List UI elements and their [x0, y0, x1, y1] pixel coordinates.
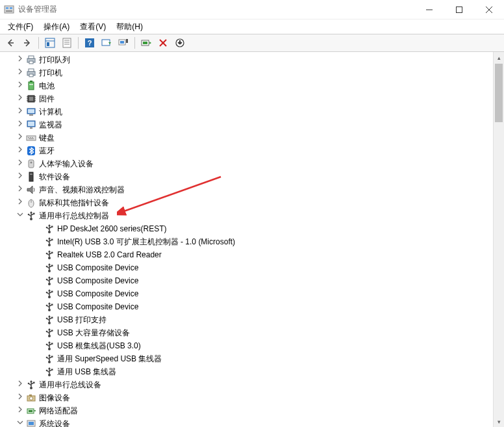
svg-rect-57 — [28, 137, 29, 138]
tree-item-label: 电池 — [39, 79, 55, 92]
tree-item-label: 通用 SuperSpeed USB 集线器 — [57, 352, 162, 365]
svg-point-73 — [28, 214, 30, 216]
tree-item[interactable]: 网络适配器 — [8, 404, 504, 417]
menu-help[interactable]: 帮助(H) — [111, 20, 148, 34]
tree-item-label: Realtek USB 2.0 Card Reader — [57, 248, 162, 261]
expander-icon[interactable] — [16, 105, 25, 118]
tree-item[interactable]: USB Composite Device — [8, 300, 504, 313]
svg-rect-39 — [29, 82, 34, 90]
tree-item[interactable]: 键盘 — [8, 131, 504, 144]
tree-item[interactable]: USB Composite Device — [8, 287, 504, 300]
tree-item[interactable]: 蓝牙 — [8, 144, 504, 157]
disable-button[interactable] — [172, 35, 188, 51]
expander-icon[interactable] — [16, 131, 25, 144]
app-icon — [4, 5, 14, 15]
menu-view[interactable]: 查看(V) — [75, 20, 111, 34]
update-driver-button[interactable] — [138, 35, 154, 51]
expander-icon[interactable] — [16, 196, 25, 209]
tree-item-label: 鼠标和其他指针设备 — [39, 196, 109, 209]
svg-marker-120 — [48, 302, 51, 304]
svg-rect-54 — [28, 122, 34, 126]
svg-rect-124 — [51, 304, 53, 306]
tree-item[interactable]: USB Composite Device — [8, 274, 504, 287]
scroll-up-icon[interactable]: ▴ — [494, 52, 504, 63]
tree-item[interactable]: 通用 USB 集线器 — [8, 365, 504, 378]
tree-item[interactable]: 打印队列 — [8, 53, 504, 66]
properties-button[interactable] — [59, 35, 75, 51]
svg-rect-2 — [10, 7, 12, 9]
minimize-button[interactable] — [414, 0, 444, 19]
svg-text:?: ? — [88, 39, 92, 47]
expander-icon[interactable] — [16, 378, 25, 391]
help-button[interactable]: ? — [82, 35, 97, 51]
scroll-down-icon[interactable]: ▾ — [494, 416, 504, 427]
svg-point-150 — [46, 357, 48, 359]
svg-point-136 — [46, 331, 48, 333]
expander-icon[interactable] — [16, 79, 25, 92]
system-icon — [26, 419, 36, 427]
show-hide-console-tree-button[interactable] — [42, 35, 58, 51]
tree-item[interactable]: 通用 SuperSpeed USB 集线器 — [8, 352, 504, 365]
expander-icon[interactable] — [16, 157, 25, 170]
menu-action[interactable]: 操作(A) — [38, 20, 75, 34]
tree-item[interactable]: 软件设备 — [8, 170, 504, 183]
uninstall-button[interactable] — [155, 35, 171, 51]
svg-marker-99 — [48, 263, 51, 265]
svg-marker-106 — [48, 276, 51, 278]
usb-icon — [44, 250, 55, 260]
tree-item[interactable]: 图像设备 — [8, 391, 504, 404]
tree-item[interactable]: 鼠标和其他指针设备 — [8, 196, 504, 209]
svg-point-129 — [46, 318, 48, 320]
expander-icon[interactable] — [16, 404, 25, 417]
expander-icon[interactable] — [16, 391, 25, 404]
tree-item[interactable]: 系统设备 — [8, 417, 504, 427]
tree-item[interactable]: 监视器 — [8, 118, 504, 131]
back-button[interactable] — [3, 35, 18, 51]
expander-icon[interactable] — [16, 66, 25, 79]
maximize-button[interactable] — [444, 0, 474, 19]
menu-file[interactable]: 文件(F) — [3, 20, 38, 34]
expander-icon[interactable] — [16, 209, 25, 222]
tree-item[interactable]: 电池 — [8, 79, 504, 92]
tree-item[interactable]: Realtek USB 2.0 Card Reader — [8, 248, 504, 261]
close-button[interactable] — [474, 0, 504, 19]
tree-item[interactable]: USB 根集线器(USB 3.0) — [8, 339, 504, 352]
svg-rect-37 — [29, 69, 34, 71]
expander-icon[interactable] — [16, 170, 25, 183]
vertical-scrollbar[interactable]: ▴ ▾ — [493, 52, 504, 427]
tree-item[interactable]: USB Composite Device — [8, 261, 504, 274]
scrollbar-thumb[interactable] — [495, 64, 503, 122]
tree-item[interactable]: USB 大容量存储设备 — [8, 326, 504, 339]
tree-item[interactable]: 固件 — [8, 92, 504, 105]
tree-item[interactable]: 通用串行总线控制器 — [8, 209, 504, 222]
tree-item[interactable]: HP DeskJet 2600 series(REST) — [8, 222, 504, 235]
svg-rect-13 — [63, 38, 71, 47]
expander-icon[interactable] — [16, 53, 25, 66]
tree-item[interactable]: Intel(R) USB 3.0 可扩展主机控制器 - 1.0 (Microso… — [8, 235, 504, 248]
svg-marker-26 — [149, 42, 151, 44]
svg-rect-23 — [126, 39, 128, 43]
battery-icon — [26, 81, 36, 91]
tree-item[interactable]: 声音、视频和游戏控制器 — [8, 183, 504, 196]
tree-item-label: 通用串行总线设备 — [39, 378, 101, 391]
expander-icon[interactable] — [16, 144, 25, 157]
expander-icon[interactable] — [16, 92, 25, 105]
expander-icon[interactable] — [16, 417, 25, 427]
tree-item[interactable]: 人体学输入设备 — [8, 157, 504, 170]
svg-rect-65 — [30, 174, 32, 175]
tree-item[interactable]: 打印机 — [8, 66, 504, 79]
device-tree[interactable]: 打印队列 打印机 电池 固件 计算机 监视器 键盘 蓝牙 人体学输入设备 软件设… — [0, 52, 504, 427]
svg-marker-85 — [48, 237, 51, 239]
svg-rect-5 — [457, 6, 462, 12]
tree-item[interactable]: USB 打印支持 — [8, 313, 504, 326]
expander-icon[interactable] — [16, 118, 25, 131]
tree-item[interactable]: 通用串行总线设备 — [8, 378, 504, 391]
usb-icon — [26, 380, 36, 390]
tree-item-label: USB 打印支持 — [57, 313, 107, 326]
forward-button[interactable] — [19, 35, 35, 51]
expander-icon[interactable] — [16, 183, 25, 196]
scan-hardware-button[interactable] — [99, 35, 114, 51]
tree-item-label: USB Composite Device — [57, 300, 138, 313]
tree-item[interactable]: 计算机 — [8, 105, 504, 118]
device-view-button[interactable] — [116, 35, 131, 51]
